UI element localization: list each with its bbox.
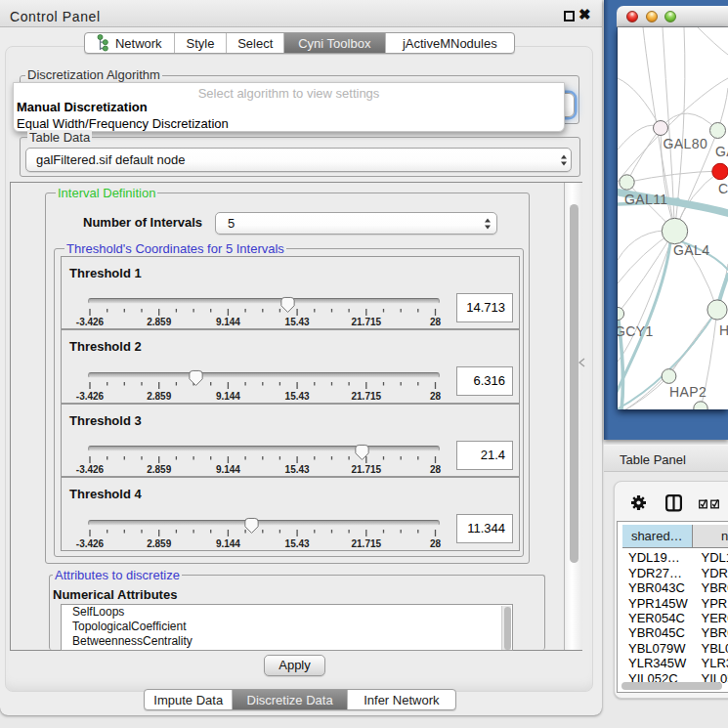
svg-text:C: C [718, 181, 728, 196]
svg-text:GAL80: GAL80 [664, 136, 708, 151]
svg-text:H: H [719, 322, 728, 338]
svg-text:GAL4: GAL4 [673, 242, 709, 258]
svg-text:GAL11: GAL11 [624, 192, 668, 207]
svg-text:GCY1: GCY1 [618, 323, 654, 339]
svg-text:HAP2: HAP2 [669, 384, 707, 400]
svg-text:GA: GA [715, 144, 728, 159]
